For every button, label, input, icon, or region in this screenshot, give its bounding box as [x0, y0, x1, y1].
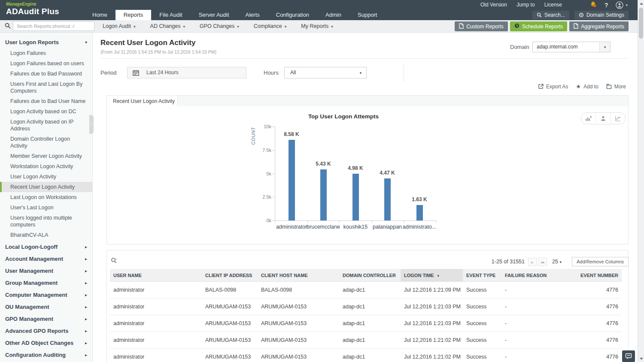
sidebar-item-domain-controller-logon-activity[interactable]: Domain Controller Logon Activity: [0, 134, 92, 151]
menu-ad-changes[interactable]: AD Changes▾: [143, 20, 192, 32]
nav-item-alerts[interactable]: Alerts: [237, 10, 268, 20]
sidebar-item-recent-user-logon-activity[interactable]: Recent User Logon Activity: [0, 182, 92, 192]
sidebar-item-users-first-and-last-logon-by-computers[interactable]: Users First and Last Logon By Computers: [0, 79, 92, 96]
cell-client-host-name: ARUMUGAM-0153: [258, 299, 339, 315]
feedback-chat-button[interactable]: [622, 350, 635, 362]
sidebar-item-workstation-logon-activity[interactable]: Workstation Logon Activity: [0, 161, 92, 172]
schedule-reports-button[interactable]: Schedule Reports: [510, 21, 567, 31]
sidebar-item-users-logged-into-multiple-computers[interactable]: Users logged into multiple computers: [0, 213, 92, 230]
column-header-event-type[interactable]: EVENT TYPE: [463, 269, 501, 282]
sidebar-collapse-handle[interactable]: ‹: [89, 115, 94, 134]
sidebar-item-local-logon-logoff[interactable]: Local Logon-Logoff▸: [0, 242, 92, 252]
add-chart-icon[interactable]: [581, 113, 595, 124]
bar-koushik15[interactable]: [352, 174, 359, 220]
sidebar-item-account-management[interactable]: Account Management▸: [0, 254, 92, 264]
bar-palaniappan[interactable]: [384, 178, 391, 220]
column-header-client-ip-address[interactable]: CLIENT IP ADDRESS: [202, 269, 258, 282]
sidebar-item-other-ad-object-changes[interactable]: Other AD Object Changes▸: [0, 338, 92, 348]
sidebar-item-configuration-auditing[interactable]: Configuration Auditing▸: [0, 350, 92, 360]
sidebar-item-user-logon-activity[interactable]: User Logon Activity: [0, 172, 92, 182]
menu-compliance[interactable]: Compliance▾: [246, 20, 294, 32]
sidebar-item-logon-activity-based-on-ip-address[interactable]: Logon Activity based on IP Address: [0, 117, 92, 134]
column-header-event-number[interactable]: EVENT NUMBER: [567, 269, 622, 282]
menu-logon-audit[interactable]: Logon Audit▾: [95, 20, 143, 32]
app-logo[interactable]: ManageEngine ADAudit Plus: [6, 2, 59, 17]
sidebar-item-failures-due-to-bad-user-name[interactable]: Failures due to Bad User Name: [0, 96, 92, 106]
sidebar-item-logon-activity-based-on-dc[interactable]: Logon Activity based on DC: [0, 106, 92, 117]
scrollbar-thumb[interactable]: [639, 8, 643, 39]
bar-administrato[interactable]: [416, 205, 423, 220]
help-icon[interactable]: ?: [605, 2, 608, 9]
sidebar-item-member-server-logon-activity[interactable]: Member Server Logon Activity: [0, 151, 92, 161]
top-link-license[interactable]: License: [540, 2, 567, 8]
reports-search-input[interactable]: [13, 21, 94, 31]
sidebar-item-logon-failures-based-on-users[interactable]: Logon Failures based on users: [0, 58, 92, 69]
sidebar-item-bharathcv-ala[interactable]: BharathCV-ALA: [0, 230, 92, 240]
refresh-chart-icon[interactable]: [611, 113, 625, 124]
period-picker[interactable]: Last 24 Hours: [127, 67, 246, 78]
top-bar: ManageEngine ADAudit Plus HomeReportsFil…: [0, 0, 644, 20]
column-header-logon-time[interactable]: LOGON TIME▼: [401, 269, 463, 282]
add-to-button[interactable]: ★ Add to: [576, 83, 598, 90]
column-header-user-name[interactable]: USER NAME: [110, 269, 202, 282]
domain-settings-button[interactable]: Domain Settings: [574, 11, 629, 19]
global-search-button[interactable]: Search...: [532, 11, 569, 19]
vertical-scrollbar[interactable]: [638, 0, 644, 362]
export-as-button[interactable]: Export As: [538, 84, 568, 90]
sidebar-item-user-logon-reports[interactable]: User Logon Reports▾: [0, 37, 92, 48]
nav-item-reports[interactable]: Reports: [115, 10, 152, 20]
sidebar-item-user-management[interactable]: User Management▸: [0, 266, 92, 276]
user-chart-icon[interactable]: [595, 113, 610, 124]
nav-item-home[interactable]: Home: [84, 10, 115, 20]
last-page-button[interactable]: ▶▶: [538, 258, 547, 266]
more-button[interactable]: More: [606, 84, 626, 90]
sidebar-item-group-management[interactable]: Group Management▸: [0, 278, 92, 288]
sidebar-item-logon-failures[interactable]: Logon Failures: [0, 48, 92, 58]
table-row[interactable]: administratorARUMUGAM-0153ARUMUGAM-0153a…: [110, 315, 622, 332]
column-header-domain-controller[interactable]: DOMAIN CONTROLLER: [339, 269, 401, 282]
table-search-icon[interactable]: [111, 257, 117, 264]
top-link-jump-to[interactable]: Jump to: [512, 2, 540, 8]
menu-my-reports[interactable]: My Reports▾: [294, 20, 340, 32]
column-header-client-host-name[interactable]: CLIENT HOST NAME: [258, 269, 339, 282]
bar-brucemcclane[interactable]: [320, 169, 327, 220]
menu-gpo-changes[interactable]: GPO Changes▾: [192, 20, 246, 32]
scroll-down-icon[interactable]: [638, 355, 644, 362]
table-row[interactable]: administratorBALAS-0098BALAS-0098adap-dc…: [110, 282, 622, 299]
sidebar-item-last-logon-on-workstations[interactable]: Last Logon on Workstations: [0, 192, 92, 202]
user-account-icon[interactable]: ▾: [616, 1, 628, 9]
aggregate-reports-button[interactable]: Aggregate Reports: [569, 21, 629, 31]
add-remove-columns-button[interactable]: Add/Remove Columns: [572, 257, 629, 266]
nav-item-server-audit[interactable]: Server Audit: [191, 10, 237, 20]
domain-select[interactable]: adap.internal.com ▾: [532, 42, 611, 52]
sidebar-item-user-s-last-logon[interactable]: User's Last Logon: [0, 202, 92, 213]
period-value: Last 24 Hours: [146, 67, 179, 78]
cell-client-ip-address: BALAS-0098: [202, 282, 258, 299]
x-tick-mark: [436, 221, 437, 223]
table-row[interactable]: administratorARUMUGAM-0153ARUMUGAM-0153a…: [110, 299, 622, 315]
next-page-button[interactable]: ▶: [528, 258, 537, 266]
top-link-old-version[interactable]: Old Version: [476, 2, 512, 8]
table-row[interactable]: administratorARUMUGAM-0153ARUMUGAM-0153a…: [110, 349, 622, 362]
column-header-failure-reason[interactable]: FAILURE REASON: [501, 269, 567, 282]
sidebar-item-advanced-gpo-reports[interactable]: Advanced GPO Reports▸: [0, 326, 92, 336]
tab-recent-user-logon-activity[interactable]: Recent User Logon Activity: [106, 95, 178, 107]
table-row[interactable]: administratorARUMUGAM-0153ARUMUGAM-0153a…: [110, 332, 622, 349]
custom-reports-button[interactable]: Custom Reports: [455, 21, 508, 31]
hours-select[interactable]: All ▾: [284, 67, 367, 78]
top-icons: ? ▾: [589, 1, 628, 9]
nav-item-configuration[interactable]: Configuration: [268, 10, 317, 20]
nav-item-admin[interactable]: Admin: [317, 10, 349, 20]
sidebar-item-gpo-management[interactable]: GPO Management▸: [0, 314, 92, 324]
scroll-up-icon[interactable]: [638, 0, 644, 7]
nav-item-support[interactable]: Support: [349, 10, 386, 20]
page-size-select[interactable]: 25 ▾: [552, 259, 562, 265]
sidebar-item-ou-management[interactable]: OU Management▸: [0, 302, 92, 312]
y-tick-mark: [272, 174, 275, 174]
notification-bell-icon[interactable]: [589, 1, 597, 10]
bar-administrator[interactable]: [289, 140, 295, 220]
chevron-down-icon: ▾: [599, 42, 610, 52]
sidebar-item-computer-management[interactable]: Computer Management▸: [0, 290, 92, 300]
sidebar-item-failures-due-to-bad-password[interactable]: Failures due to Bad Password: [0, 69, 92, 79]
nav-item-file-audit[interactable]: File Audit: [151, 10, 190, 20]
